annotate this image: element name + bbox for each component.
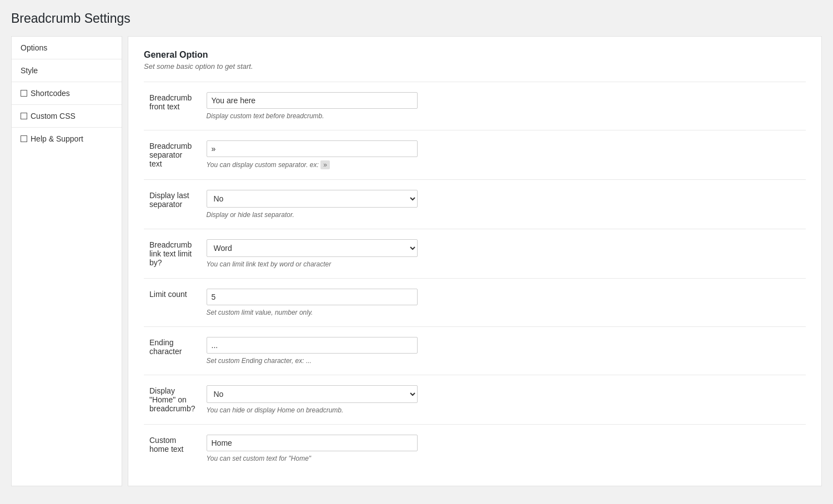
row-display-last-separator: Display last separatorNoYesDisplay or hi… bbox=[144, 180, 806, 229]
row-separator-text: Breadcrumb separator textYou can display… bbox=[144, 130, 806, 180]
sidebar-item-options[interactable]: Options bbox=[12, 37, 122, 59]
sidebar-item-label: Options bbox=[21, 43, 47, 52]
label-front-text: Breadcrumb front text bbox=[149, 93, 192, 111]
row-display-home: Display "Home" on breadcrumb?NoYesYou ca… bbox=[144, 375, 806, 425]
hint-display-last-separator: Display or hide last separator. bbox=[207, 211, 801, 219]
row-ending-character: Ending characterSet custom Ending charac… bbox=[144, 327, 806, 375]
select-display-last-separator[interactable]: NoYes bbox=[207, 190, 418, 208]
row-limit-count: Limit countSet custom limit value, numbe… bbox=[144, 279, 806, 327]
label-limit-count: Limit count bbox=[149, 290, 187, 299]
sidebar-item-style[interactable]: Style bbox=[12, 59, 122, 82]
hint-badge: » bbox=[320, 160, 330, 169]
sidebar-item-custom-css[interactable]: Custom CSS bbox=[12, 105, 122, 128]
input-separator-text[interactable] bbox=[207, 140, 418, 157]
label-ending-character: Ending character bbox=[149, 338, 182, 356]
section-title: General Option bbox=[144, 50, 806, 60]
hint-display-home: You can hide or display Home on breadcru… bbox=[207, 406, 801, 414]
select-link-text-limit[interactable]: WordCharacter bbox=[207, 239, 418, 257]
hint-front-text: Display custom text before breadcrumb. bbox=[207, 112, 801, 120]
row-custom-home-text: Custom home textYou can set custom text … bbox=[144, 425, 806, 473]
checkbox-icon bbox=[21, 113, 27, 119]
sidebar-item-shortcodes[interactable]: Shortcodes bbox=[12, 82, 122, 105]
label-custom-home-text: Custom home text bbox=[149, 436, 183, 453]
sidebar-item-help-support[interactable]: Help & Support bbox=[12, 128, 122, 150]
input-front-text[interactable] bbox=[207, 92, 418, 109]
label-display-last-separator: Display last separator bbox=[149, 191, 189, 209]
label-link-text-limit: Breadcrumb link text limit by? bbox=[149, 240, 192, 267]
label-separator-text: Breadcrumb separator text bbox=[149, 142, 192, 168]
sidebar-item-label: Shortcodes bbox=[31, 89, 70, 98]
page-title: Breadcrumb Settings bbox=[11, 11, 822, 26]
sidebar-item-label: Style bbox=[21, 66, 38, 75]
row-link-text-limit: Breadcrumb link text limit by?WordCharac… bbox=[144, 229, 806, 279]
select-display-home[interactable]: NoYes bbox=[207, 385, 418, 403]
main-content: General Option Set some basic option to … bbox=[128, 36, 822, 486]
checkbox-icon bbox=[21, 90, 27, 97]
settings-table: Breadcrumb front textDisplay custom text… bbox=[144, 82, 806, 472]
hint-link-text-limit: You can limit link text by word or chara… bbox=[207, 260, 801, 268]
hint-ending-character: Set custom Ending character, ex: ... bbox=[207, 357, 801, 365]
hint-custom-home-text: You can set custom text for "Home" bbox=[207, 455, 801, 462]
hint-separator-text: You can display custom separator. ex: » bbox=[207, 160, 801, 169]
input-ending-character[interactable] bbox=[207, 337, 418, 354]
sidebar-item-label: Custom CSS bbox=[31, 112, 76, 120]
input-limit-count[interactable] bbox=[207, 289, 418, 305]
sidebar-item-label: Help & Support bbox=[31, 134, 83, 143]
checkbox-icon bbox=[21, 135, 27, 142]
section-subtitle: Set some basic option to get start. bbox=[144, 62, 806, 70]
label-display-home: Display "Home" on breadcrumb? bbox=[149, 386, 195, 413]
input-custom-home-text[interactable] bbox=[207, 435, 418, 451]
sidebar: OptionsStyleShortcodesCustom CSSHelp & S… bbox=[11, 36, 122, 486]
row-front-text: Breadcrumb front textDisplay custom text… bbox=[144, 82, 806, 130]
hint-limit-count: Set custom limit value, number only. bbox=[207, 309, 801, 316]
